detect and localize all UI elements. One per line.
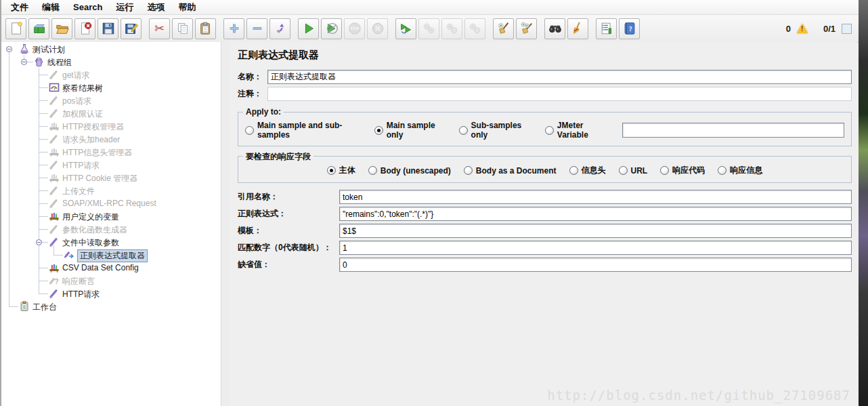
- tree-node-upload-file[interactable]: 上传文件: [1, 184, 221, 197]
- default-value-input[interactable]: [339, 258, 852, 272]
- help-button[interactable]: ?: [619, 18, 640, 39]
- tree-node-label: HTTP Cookie 管理器: [62, 173, 137, 184]
- tree-node-thread-group[interactable]: 线程组: [1, 56, 221, 68]
- tree-node-label: 察看结果树: [62, 83, 103, 94]
- expand-all-button[interactable]: [223, 18, 244, 39]
- tree-node-get-request[interactable]: get请求: [1, 68, 221, 81]
- tree-expand-handle[interactable]: [21, 59, 27, 65]
- remote-stop-button: [441, 18, 462, 39]
- save-button[interactable]: [97, 18, 118, 39]
- tree-node-label: get请求: [62, 70, 90, 81]
- tree-node-http-request-1[interactable]: HTTP请求: [1, 159, 221, 171]
- cut-button[interactable]: ✂: [149, 18, 170, 39]
- radio-label: 信息头: [582, 165, 606, 176]
- sampler-icon: [49, 69, 60, 80]
- tree-expand-handle[interactable]: [6, 46, 12, 52]
- tree-connector: [39, 203, 48, 204]
- tree-node-request-header-add[interactable]: 请求头加header: [1, 133, 221, 146]
- new-button[interactable]: [5, 18, 26, 39]
- template-input[interactable]: [339, 224, 852, 238]
- collapse-all-button[interactable]: [246, 18, 267, 39]
- tree-node-label: 响应断言: [62, 276, 95, 287]
- radio-sub-only[interactable]: Sub-samples only: [459, 121, 532, 140]
- shutdown-icon: [370, 21, 385, 36]
- radio-body[interactable]: 主体: [327, 165, 355, 176]
- comment-input[interactable]: [267, 87, 852, 101]
- radio-dot: [459, 126, 468, 135]
- tree-node-workbench[interactable]: 工作台: [1, 300, 221, 313]
- start-button[interactable]: [298, 18, 319, 39]
- tree-node-user-defined-variables[interactable]: 用户定义的变量: [1, 210, 221, 223]
- radio-main-only[interactable]: Main sample only: [374, 121, 446, 140]
- radio-body-as-document[interactable]: Body as a Document: [464, 166, 557, 176]
- remote-stop-icon: [445, 21, 460, 36]
- menu-bar: 文件编辑Search运行选项帮助: [1, 0, 868, 15]
- tree-node-csv-data-set-config[interactable]: CSV Data Set Config: [1, 262, 221, 275]
- tree-connector: [39, 229, 48, 230]
- menu-run[interactable]: 运行: [109, 0, 140, 15]
- radio-jmeter-variable[interactable]: JMeter Variable: [545, 121, 609, 140]
- tree-node-response-assertion[interactable]: ?响应断言: [1, 275, 221, 287]
- tree-node-param-func-generator[interactable]: 参数化函数生成器: [1, 223, 221, 236]
- toolbar-group: [223, 18, 290, 39]
- close-button[interactable]: [74, 18, 95, 39]
- menu-search[interactable]: Search: [66, 1, 109, 14]
- search-reset-button[interactable]: [567, 18, 588, 39]
- match-no-input[interactable]: [339, 241, 852, 255]
- tree-node-regex-extractor[interactable]: 正则表达式提取器: [1, 249, 221, 262]
- radio-response-code[interactable]: 响应代码: [660, 165, 705, 176]
- name-input[interactable]: [267, 70, 852, 84]
- radio-url[interactable]: URL: [619, 166, 648, 176]
- tree-node-http-auth-manager[interactable]: HTTP授权管理器: [1, 120, 221, 133]
- workbench-icon: [19, 301, 30, 312]
- warning-icon[interactable]: !: [797, 24, 808, 33]
- save-as-button[interactable]: [121, 18, 142, 39]
- tree-node-pos-request[interactable]: pos请求: [1, 94, 221, 107]
- tree-node-http-cookie-manager[interactable]: HTTP Cookie 管理器: [1, 171, 221, 184]
- radio-headers[interactable]: 信息头: [569, 165, 606, 176]
- clear-button[interactable]: [493, 18, 514, 39]
- tree-node-http-request-2[interactable]: HTTP请求: [1, 287, 221, 300]
- sampler-icon: [49, 108, 60, 119]
- toolbar-group: [493, 18, 537, 39]
- function-helper-button[interactable]: [596, 18, 617, 39]
- copy-button[interactable]: [172, 18, 193, 39]
- radio-main-and-sub[interactable]: Main sample and sub-samples: [245, 121, 362, 140]
- regex-input[interactable]: [339, 207, 852, 221]
- menu-help[interactable]: 帮助: [171, 0, 202, 15]
- remote-shutdown-icon: [468, 21, 483, 36]
- reference-name-input[interactable]: [339, 190, 852, 204]
- response-field-title: 要检查的响应字段: [243, 151, 313, 163]
- clear-all-button[interactable]: [516, 18, 537, 39]
- menu-edit[interactable]: 编辑: [35, 0, 66, 15]
- menu-options[interactable]: 选项: [140, 0, 171, 15]
- toggle-button[interactable]: [269, 18, 290, 39]
- tree-node-view-results-tree[interactable]: 察看结果树: [1, 81, 221, 94]
- templates-button[interactable]: [28, 18, 49, 39]
- radio-label: 主体: [339, 165, 355, 176]
- tree-node-http-header-manager[interactable]: HTTP信息头管理器: [1, 146, 221, 159]
- clear-all-icon: [519, 21, 534, 36]
- tree-node-test-plan[interactable]: 测试计划: [1, 43, 221, 56]
- start-no-pauses-button[interactable]: [321, 18, 342, 39]
- paste-button[interactable]: [195, 18, 216, 39]
- radio-response-message[interactable]: 响应信息: [718, 165, 762, 176]
- function-helper-icon: [599, 21, 614, 36]
- remote-start-button[interactable]: [395, 18, 416, 39]
- tree-node-auth-verify[interactable]: 加权限认证: [1, 107, 221, 120]
- menu-file[interactable]: 文件: [4, 0, 35, 15]
- tree-node-label: 文件中读取参数: [62, 237, 119, 249]
- clear-icon: [496, 21, 511, 36]
- expand-all-icon: [227, 21, 242, 36]
- search-button[interactable]: [544, 18, 565, 39]
- open-button[interactable]: [51, 18, 72, 39]
- tree-expand-handle[interactable]: [36, 239, 42, 245]
- tree-node-label: 上传文件: [62, 186, 95, 197]
- tree-node-file-read-params[interactable]: 文件中读取参数: [1, 236, 221, 249]
- tree-node-label: 线程组: [47, 57, 72, 68]
- radio-dot: [327, 166, 336, 175]
- thread-counter: 0/1: [823, 24, 836, 34]
- jmeter-variable-input[interactable]: [622, 123, 844, 138]
- radio-body-unescaped[interactable]: Body (unescaped): [368, 166, 451, 176]
- tree-node-soap-xmlrpc-request[interactable]: SOAP/XML-RPC Request: [1, 197, 221, 210]
